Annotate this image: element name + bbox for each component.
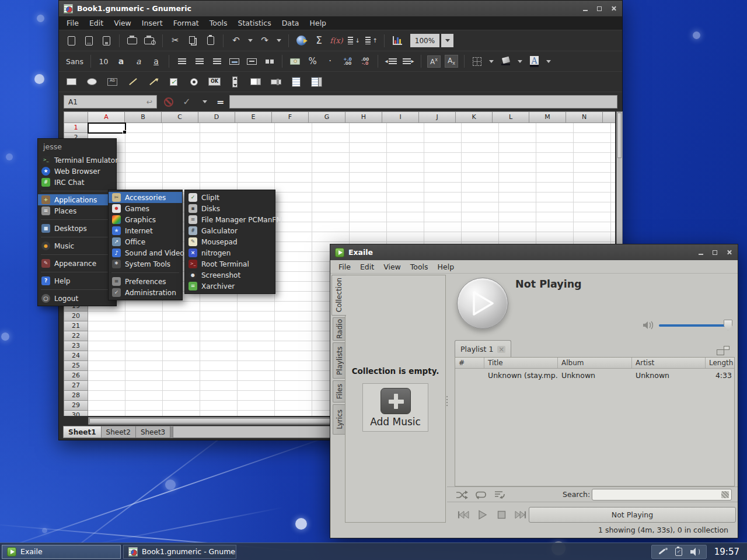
cell-O11[interactable] [611,222,615,232]
cell-K7[interactable] [462,183,499,192]
next-track-button[interactable] [512,508,528,522]
cell-F27[interactable] [275,381,312,391]
menu-item-mousepad[interactable]: ✎Mousepad [185,236,275,247]
clipit-tray-icon[interactable] [674,547,684,556]
cell-E24[interactable] [238,351,275,361]
cell-F6[interactable] [275,173,312,183]
cell-F1[interactable] [275,123,312,133]
cell-reference-box[interactable]: A1 ↩ [64,95,157,108]
cut-button[interactable]: ✂ [167,33,183,48]
close-button[interactable] [725,249,733,257]
column-header-I[interactable]: I [382,111,419,123]
cell-G9[interactable] [312,202,350,212]
menu-item-administration[interactable]: ✓Administration [109,287,182,298]
minimize-button[interactable] [697,249,705,257]
cell-J10[interactable] [424,212,462,222]
desktop[interactable]: Book1.gnumeric - Gnumeric FileEditViewIn… [0,0,747,560]
cell-E4[interactable] [238,153,275,163]
column-header-album[interactable]: Album [558,358,632,368]
cell-N7[interactable] [574,183,611,192]
cell-F21[interactable] [275,321,312,331]
cell-C26[interactable] [163,371,200,381]
menu-item-file-manager-pcmanfm[interactable]: ≡File Manager PCManFM [185,214,275,225]
cell-I8[interactable] [387,192,424,202]
radiobutton-tool[interactable] [186,74,202,90]
column-header-F[interactable]: F [271,111,309,123]
cell-B3[interactable] [125,143,163,153]
menu-item-system-tools[interactable]: *System Tools [109,258,182,270]
search-clear-icon[interactable] [721,491,729,498]
cell-A28[interactable] [88,391,125,401]
cell-I10[interactable] [387,212,424,222]
cell-F7[interactable] [275,183,312,192]
cell-J2[interactable] [424,133,462,143]
cell-F9[interactable] [275,202,312,212]
cell-B23[interactable] [125,341,163,351]
cell-O2[interactable] [611,133,615,143]
cell-H9[interactable] [350,202,387,212]
print-button[interactable] [124,33,140,48]
menu-item-nitrogen[interactable]: ×nitrogen [185,247,275,258]
spinbutton-tool[interactable] [247,74,263,90]
borders-dropdown[interactable] [487,54,496,69]
cell-G6[interactable] [312,173,350,183]
row-header-27[interactable]: 27 [64,380,88,391]
cell-E23[interactable] [238,341,275,351]
cell-F5[interactable] [275,163,312,173]
cell-H6[interactable] [350,173,387,183]
cell-L12[interactable] [499,232,536,242]
borders-button[interactable] [469,54,485,69]
cell-D6[interactable] [200,173,238,183]
volume-icon[interactable] [643,320,654,330]
cell-G5[interactable] [312,163,350,173]
cell-M5[interactable] [536,163,574,173]
cell-K9[interactable] [462,202,499,212]
cell-J11[interactable] [424,222,462,232]
row-header-29[interactable]: 29 [64,400,88,411]
cell-M7[interactable] [536,183,574,192]
cell-O4[interactable] [611,153,615,163]
cell-F29[interactable] [275,401,312,411]
cell-D20[interactable] [200,312,238,321]
cell-A21[interactable] [88,321,125,331]
cell-I4[interactable] [387,153,424,163]
menubar-item-edit[interactable]: Edit [84,17,109,29]
cell-M6[interactable] [536,173,574,183]
row-header-26[interactable]: 26 [64,370,88,381]
cell-H1[interactable] [350,123,387,133]
copy-button[interactable] [185,33,201,48]
cell-H7[interactable] [350,183,387,192]
row-header-22[interactable]: 22 [64,331,88,341]
cell-C21[interactable] [163,321,200,331]
chart-button[interactable] [389,33,405,48]
taskbar-item-book1-gnumeric-gnumeric[interactable]: Book1.gnumeric - Gnumeric [123,545,236,559]
redo-button[interactable]: ↷ [257,33,273,48]
cell-F28[interactable] [275,391,312,401]
nitrogen-tray-icon[interactable] [658,547,668,556]
row-header-25[interactable]: 25 [64,360,88,371]
cell-K8[interactable] [462,192,499,202]
cell-E6[interactable] [238,173,275,183]
menu-item-logout[interactable]: ○Logout [38,293,116,304]
cell-F15[interactable] [275,262,312,272]
cell-A27[interactable] [88,381,125,391]
decrease-decimals-button[interactable]: .00-.0 [357,54,373,69]
sum-button[interactable]: Σ [311,33,327,48]
bold-button[interactable]: a [113,54,129,69]
clock[interactable]: 19:57 [714,547,739,557]
cell-B28[interactable] [125,391,163,401]
side-tab-collection[interactable]: Collection [331,275,346,316]
cell-M10[interactable] [536,212,574,222]
cell-C27[interactable] [163,381,200,391]
column-header-A[interactable]: A [88,111,125,123]
cell-C1[interactable] [163,123,200,133]
cell-E19[interactable] [238,302,275,312]
italic-button[interactable]: a [131,54,146,69]
cell-G10[interactable] [312,212,350,222]
cell-B26[interactable] [125,371,163,381]
column-header-[interactable]: # [455,358,484,368]
font-size-combobox[interactable]: 10 [96,54,111,69]
menu-item-music[interactable]: ●Music [38,240,116,251]
cell-D3[interactable] [200,143,238,153]
cell-E1[interactable] [238,123,275,133]
